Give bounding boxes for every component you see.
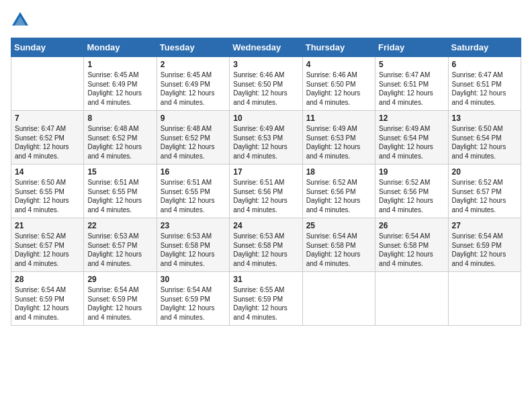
calendar-cell: 1Sunrise: 6:45 AM Sunset: 6:49 PM Daylig… xyxy=(84,57,157,111)
day-number: 31 xyxy=(233,275,298,284)
day-detail: Sunrise: 6:50 AM Sunset: 6:55 PM Dayligh… xyxy=(15,178,80,214)
day-detail: Sunrise: 6:54 AM Sunset: 6:59 PM Dayligh… xyxy=(161,285,226,322)
calendar-cell: 31Sunrise: 6:55 AM Sunset: 6:59 PM Dayli… xyxy=(230,272,302,326)
calendar-cell: 18Sunrise: 6:52 AM Sunset: 6:56 PM Dayli… xyxy=(302,165,375,218)
day-number: 3 xyxy=(233,60,298,69)
day-number: 16 xyxy=(161,167,226,177)
header-tuesday: Tuesday xyxy=(157,38,229,57)
calendar-cell: 15Sunrise: 6:51 AM Sunset: 6:55 PM Dayli… xyxy=(84,165,157,218)
day-detail: Sunrise: 6:54 AM Sunset: 6:58 PM Dayligh… xyxy=(306,232,371,268)
calendar-cell xyxy=(375,272,448,326)
day-detail: Sunrise: 6:54 AM Sunset: 6:58 PM Dayligh… xyxy=(379,232,444,268)
day-detail: Sunrise: 6:47 AM Sunset: 6:52 PM Dayligh… xyxy=(15,124,80,161)
calendar-cell: 11Sunrise: 6:49 AM Sunset: 6:53 PM Dayli… xyxy=(302,111,375,165)
day-detail: Sunrise: 6:52 AM Sunset: 6:57 PM Dayligh… xyxy=(452,178,517,214)
calendar-cell xyxy=(448,272,521,326)
logo xyxy=(11,11,32,30)
day-detail: Sunrise: 6:50 AM Sunset: 6:54 PM Dayligh… xyxy=(452,124,517,161)
day-detail: Sunrise: 6:48 AM Sunset: 6:52 PM Dayligh… xyxy=(87,124,152,161)
calendar-week-row: 21Sunrise: 6:52 AM Sunset: 6:57 PM Dayli… xyxy=(11,218,521,272)
header-wednesday: Wednesday xyxy=(230,38,302,57)
calendar-cell: 2Sunrise: 6:45 AM Sunset: 6:49 PM Daylig… xyxy=(157,57,229,111)
calendar-cell: 13Sunrise: 6:50 AM Sunset: 6:54 PM Dayli… xyxy=(448,111,521,165)
day-detail: Sunrise: 6:46 AM Sunset: 6:50 PM Dayligh… xyxy=(306,71,371,107)
calendar-cell: 12Sunrise: 6:49 AM Sunset: 6:54 PM Dayli… xyxy=(375,111,448,165)
calendar-cell: 30Sunrise: 6:54 AM Sunset: 6:59 PM Dayli… xyxy=(157,272,229,326)
day-number: 23 xyxy=(161,221,226,230)
calendar-cell: 25Sunrise: 6:54 AM Sunset: 6:58 PM Dayli… xyxy=(302,218,375,272)
calendar-cell: 26Sunrise: 6:54 AM Sunset: 6:58 PM Dayli… xyxy=(375,218,448,272)
day-number: 22 xyxy=(87,221,152,230)
day-number: 17 xyxy=(233,167,298,177)
calendar-cell: 24Sunrise: 6:53 AM Sunset: 6:58 PM Dayli… xyxy=(230,218,302,272)
calendar-cell: 4Sunrise: 6:46 AM Sunset: 6:50 PM Daylig… xyxy=(302,57,375,111)
day-detail: Sunrise: 6:45 AM Sunset: 6:49 PM Dayligh… xyxy=(87,71,152,107)
day-detail: Sunrise: 6:51 AM Sunset: 6:55 PM Dayligh… xyxy=(161,178,226,214)
day-number: 12 xyxy=(379,113,444,123)
day-number: 8 xyxy=(87,113,152,123)
day-number: 21 xyxy=(15,221,80,230)
day-number: 13 xyxy=(452,113,517,123)
calendar-header-row: SundayMondayTuesdayWednesdayThursdayFrid… xyxy=(11,38,521,57)
day-number: 27 xyxy=(452,221,517,230)
day-detail: Sunrise: 6:52 AM Sunset: 6:57 PM Dayligh… xyxy=(15,232,80,268)
day-number: 24 xyxy=(233,221,298,230)
calendar-cell: 3Sunrise: 6:46 AM Sunset: 6:50 PM Daylig… xyxy=(230,57,302,111)
header-thursday: Thursday xyxy=(302,38,375,57)
day-number: 2 xyxy=(161,60,226,69)
day-number: 7 xyxy=(15,113,80,123)
day-detail: Sunrise: 6:49 AM Sunset: 6:54 PM Dayligh… xyxy=(379,124,444,161)
calendar-table: SundayMondayTuesdayWednesdayThursdayFrid… xyxy=(11,38,521,326)
day-number: 28 xyxy=(15,275,80,284)
day-detail: Sunrise: 6:54 AM Sunset: 6:59 PM Dayligh… xyxy=(87,285,152,322)
day-detail: Sunrise: 6:46 AM Sunset: 6:50 PM Dayligh… xyxy=(233,71,298,107)
day-number: 14 xyxy=(15,167,80,177)
day-number: 6 xyxy=(452,60,517,69)
calendar-cell xyxy=(302,272,375,326)
day-number: 11 xyxy=(306,113,371,123)
calendar-week-row: 28Sunrise: 6:54 AM Sunset: 6:59 PM Dayli… xyxy=(11,272,521,326)
day-detail: Sunrise: 6:52 AM Sunset: 6:56 PM Dayligh… xyxy=(379,178,444,214)
calendar-cell: 27Sunrise: 6:54 AM Sunset: 6:59 PM Dayli… xyxy=(448,218,521,272)
day-detail: Sunrise: 6:47 AM Sunset: 6:51 PM Dayligh… xyxy=(452,71,517,107)
calendar-cell: 20Sunrise: 6:52 AM Sunset: 6:57 PM Dayli… xyxy=(448,165,521,218)
calendar-cell: 23Sunrise: 6:53 AM Sunset: 6:58 PM Dayli… xyxy=(157,218,229,272)
calendar-cell: 28Sunrise: 6:54 AM Sunset: 6:59 PM Dayli… xyxy=(11,272,84,326)
calendar-cell: 7Sunrise: 6:47 AM Sunset: 6:52 PM Daylig… xyxy=(11,111,84,165)
day-number: 15 xyxy=(87,167,152,177)
calendar-cell: 19Sunrise: 6:52 AM Sunset: 6:56 PM Dayli… xyxy=(375,165,448,218)
day-detail: Sunrise: 6:53 AM Sunset: 6:58 PM Dayligh… xyxy=(161,232,226,268)
day-number: 30 xyxy=(161,275,226,284)
day-number: 1 xyxy=(87,60,152,69)
calendar-cell: 17Sunrise: 6:51 AM Sunset: 6:56 PM Dayli… xyxy=(230,165,302,218)
day-detail: Sunrise: 6:45 AM Sunset: 6:49 PM Dayligh… xyxy=(161,71,226,107)
calendar-week-row: 7Sunrise: 6:47 AM Sunset: 6:52 PM Daylig… xyxy=(11,111,521,165)
calendar-cell: 5Sunrise: 6:47 AM Sunset: 6:51 PM Daylig… xyxy=(375,57,448,111)
calendar-cell: 6Sunrise: 6:47 AM Sunset: 6:51 PM Daylig… xyxy=(448,57,521,111)
day-number: 19 xyxy=(379,167,444,177)
day-detail: Sunrise: 6:48 AM Sunset: 6:52 PM Dayligh… xyxy=(161,124,226,161)
calendar-week-row: 14Sunrise: 6:50 AM Sunset: 6:55 PM Dayli… xyxy=(11,165,521,218)
day-detail: Sunrise: 6:55 AM Sunset: 6:59 PM Dayligh… xyxy=(233,285,298,322)
calendar-cell: 9Sunrise: 6:48 AM Sunset: 6:52 PM Daylig… xyxy=(157,111,229,165)
day-detail: Sunrise: 6:47 AM Sunset: 6:51 PM Dayligh… xyxy=(379,71,444,107)
day-number: 25 xyxy=(306,221,371,230)
calendar-week-row: 1Sunrise: 6:45 AM Sunset: 6:49 PM Daylig… xyxy=(11,57,521,111)
calendar-cell: 21Sunrise: 6:52 AM Sunset: 6:57 PM Dayli… xyxy=(11,218,84,272)
header-sunday: Sunday xyxy=(11,38,84,57)
day-detail: Sunrise: 6:51 AM Sunset: 6:56 PM Dayligh… xyxy=(233,178,298,214)
day-detail: Sunrise: 6:54 AM Sunset: 6:59 PM Dayligh… xyxy=(15,285,80,322)
day-detail: Sunrise: 6:54 AM Sunset: 6:59 PM Dayligh… xyxy=(452,232,517,268)
page-header xyxy=(11,11,521,30)
day-number: 10 xyxy=(233,113,298,123)
day-number: 5 xyxy=(379,60,444,69)
day-detail: Sunrise: 6:49 AM Sunset: 6:53 PM Dayligh… xyxy=(233,124,298,161)
day-number: 9 xyxy=(161,113,226,123)
day-detail: Sunrise: 6:49 AM Sunset: 6:53 PM Dayligh… xyxy=(306,124,371,161)
calendar-cell: 16Sunrise: 6:51 AM Sunset: 6:55 PM Dayli… xyxy=(157,165,229,218)
day-number: 4 xyxy=(306,60,371,69)
day-number: 18 xyxy=(306,167,371,177)
day-detail: Sunrise: 6:52 AM Sunset: 6:56 PM Dayligh… xyxy=(306,178,371,214)
day-detail: Sunrise: 6:51 AM Sunset: 6:55 PM Dayligh… xyxy=(87,178,152,214)
calendar-cell: 8Sunrise: 6:48 AM Sunset: 6:52 PM Daylig… xyxy=(84,111,157,165)
